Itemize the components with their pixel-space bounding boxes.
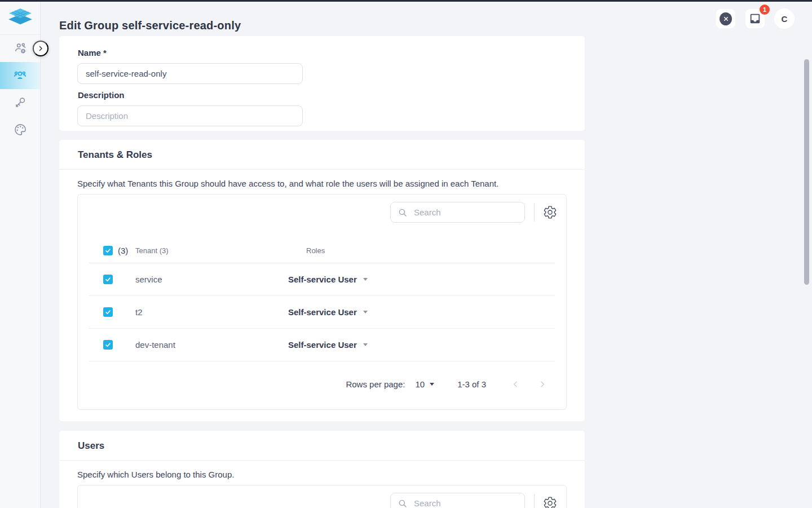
select-all-count: (3) [118,246,128,255]
tenants-table: (3) Tenant (3) Roles service Self-servic… [77,194,567,410]
table-row: t2 Self-service User [89,296,555,329]
tenants-search-box[interactable] [390,202,525,223]
tenants-section-description: Specify what Tenants this Group should h… [77,179,567,188]
tenants-table-settings-button[interactable] [542,205,558,220]
vertical-scrollbar[interactable] [804,59,809,285]
select-all-checkbox[interactable] [103,246,113,255]
description-label: Description [78,90,567,100]
group-details-card: Name * Description [59,36,585,131]
role-dropdown[interactable]: Self-service User [288,340,555,350]
chevron-down-icon [363,311,368,313]
gear-icon [543,496,557,508]
window-top-strip [0,0,812,2]
page-title: Edit Group self-service-read-only [59,19,241,32]
user-management-icon [13,41,28,56]
table-row: dev-tenant Self-service User [89,329,555,361]
users-table [77,485,567,508]
layers-logo-icon [7,7,33,28]
users-table-settings-button[interactable] [542,496,558,508]
rows-per-page-label: Rows per page: [346,379,405,389]
tenants-roles-card: Tenants & Roles Specify what Tenants thi… [59,140,585,421]
sidebar [0,0,41,508]
tenants-table-toolbar [78,195,566,223]
users-card: Users Specify which Users belong to this… [59,431,585,508]
chevron-right-icon [37,45,44,52]
users-search-input[interactable] [413,498,518,508]
avatar[interactable]: C [774,8,795,29]
role-value: Self-service User [288,275,357,284]
rows-per-page-select[interactable]: 10 [415,379,434,389]
gear-icon [543,205,557,219]
users-section-description: Specify which Users belong to this Group… [77,470,567,479]
toolbar-divider [534,203,535,222]
close-icon [720,12,732,25]
role-dropdown[interactable]: Self-service User [288,307,555,317]
pagination: Rows per page: 10 1-3 of 3 [78,361,566,407]
name-label: Name * [78,48,567,58]
tenant-name: service [135,275,288,284]
sidebar-item-groups[interactable] [0,62,40,89]
chevron-down-icon [363,343,368,346]
palette-icon [13,122,28,137]
tenant-name: t2 [135,307,288,317]
rows-per-page-value: 10 [415,379,425,389]
description-input[interactable] [77,105,303,126]
chevron-down-icon [363,278,368,281]
sidebar-item-secrets[interactable] [0,89,40,116]
sidebar-item-theme[interactable] [0,116,40,143]
header-actions: 1 C [716,8,795,29]
roles-column-header: Roles [288,246,555,255]
inbox-icon [749,12,761,25]
app-logo[interactable] [0,0,40,35]
search-icon [398,207,408,218]
tenants-search-input[interactable] [413,207,518,218]
groups-icon [12,68,28,83]
toolbar-divider [534,494,535,508]
tenant-column-header[interactable]: Tenant (3) [135,246,288,255]
users-table-toolbar [78,485,566,508]
chevron-right-icon [537,379,547,389]
notifications-button[interactable]: 1 [745,9,765,28]
chevron-left-icon [511,379,520,389]
row-checkbox[interactable] [103,275,113,284]
role-value: Self-service User [288,307,357,317]
check-icon [105,342,111,348]
users-search-box[interactable] [390,493,525,508]
tenants-section-title: Tenants & Roles [59,140,585,170]
previous-page-button[interactable] [510,378,521,390]
search-icon [398,498,408,508]
next-page-button[interactable] [536,378,548,390]
notification-badge: 1 [760,5,770,15]
sidebar-expand-button[interactable] [33,41,48,56]
row-checkbox[interactable] [103,307,113,317]
tenants-table-header-row: (3) Tenant (3) Roles [89,238,555,263]
chevron-down-icon [430,383,434,386]
name-input[interactable] [77,63,303,84]
key-icon [13,95,28,110]
check-icon [105,309,111,315]
close-button[interactable] [716,9,735,28]
role-value: Self-service User [288,340,357,350]
users-section-title: Users [59,431,585,461]
table-row: service Self-service User [89,263,555,296]
check-icon [105,276,111,282]
role-dropdown[interactable]: Self-service User [288,275,555,284]
tenant-name: dev-tenant [135,340,288,350]
check-icon [105,248,111,254]
page-range: 1-3 of 3 [457,379,486,389]
row-checkbox[interactable] [103,340,113,350]
